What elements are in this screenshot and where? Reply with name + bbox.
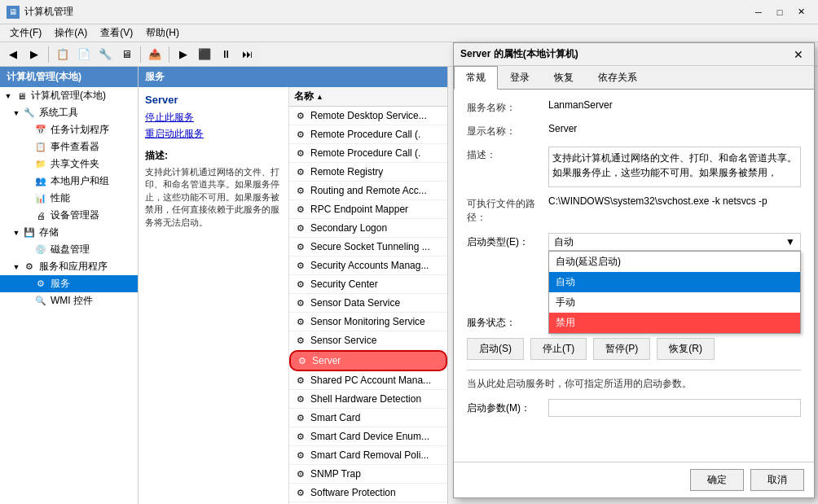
service-row[interactable]: ⚙Sensor Service xyxy=(289,331,447,350)
startup-dropdown-menu[interactable]: 自动(延迟启动) 自动 手动 禁用 xyxy=(548,251,801,334)
service-row[interactable]: ⚙Secure Socket Tunneling ... xyxy=(289,238,447,256)
start-button[interactable]: 启动(S) xyxy=(467,338,524,360)
startup-type-select[interactable]: 自动 ▼ xyxy=(548,233,801,251)
menu-file[interactable]: 文件(F) xyxy=(3,24,48,42)
service-info-panel: Server 停止此服务 重启动此服务 描述: 支持此计算机通过网络的文件、打印… xyxy=(139,87,289,504)
service-row[interactable]: ⚙Smart Card Removal Poli... xyxy=(289,446,447,465)
toolbar-btn2[interactable]: 📄 xyxy=(74,45,94,64)
service-row[interactable]: ⚙Routing and Remote Acc... xyxy=(289,182,447,200)
toolbar-btn1[interactable]: 📋 xyxy=(53,45,73,64)
service-row[interactable]: ⚙Security Center xyxy=(289,275,447,294)
arrow-icon: ▼ xyxy=(11,262,21,272)
dialog-close-button[interactable]: ✕ xyxy=(789,46,807,63)
dialog-tabs: 常规 登录 恢复 依存关系 xyxy=(454,66,814,90)
close-button[interactable]: ✕ xyxy=(790,4,811,20)
sidebar-item-shared[interactable]: 📁 共享文件夹 xyxy=(0,156,138,173)
service-row[interactable]: ⚙Software Protection xyxy=(289,484,447,502)
service-name: Security Center xyxy=(310,278,442,290)
sidebar-item-services-apps[interactable]: ▼ ⚙ 服务和应用程序 xyxy=(0,258,138,275)
service-row[interactable]: ⚙Shell Hardware Detection xyxy=(289,390,447,409)
service-row[interactable]: ⚙Remote Desktop Service... xyxy=(289,107,447,125)
sidebar-item-storage[interactable]: ▼ 💾 存储 xyxy=(0,224,138,241)
service-row[interactable]: ⚙Sensor Monitoring Service xyxy=(289,313,447,331)
stop-button[interactable]: 停止(T) xyxy=(530,338,587,360)
toolbar-pause[interactable]: ⏸ xyxy=(216,45,235,64)
service-row[interactable]: ⚙Smart Card Device Enum... xyxy=(289,427,447,446)
apps-icon: ⚙ xyxy=(23,261,36,274)
toolbar-restart[interactable]: ⏭ xyxy=(237,45,257,64)
maximize-button[interactable]: □ xyxy=(769,4,790,20)
arrow-icon xyxy=(23,177,33,186)
tab-login[interactable]: 登录 xyxy=(498,66,542,90)
cancel-button[interactable]: 取消 xyxy=(750,469,804,491)
exe-path-label: 可执行文件的路径： xyxy=(467,195,548,225)
tab-recovery[interactable]: 恢复 xyxy=(542,66,586,90)
service-name: Remote Procedure Call (. xyxy=(310,147,442,159)
service-icon: ⚙ xyxy=(294,165,307,178)
toolbar-btn3[interactable]: 🔧 xyxy=(95,45,115,64)
service-row[interactable]: ⚙RPC Endpoint Mapper xyxy=(289,200,447,219)
wmi-icon: 🔍 xyxy=(34,295,47,308)
service-action-buttons: 启动(S) 停止(T) 暂停(P) 恢复(R) xyxy=(467,338,801,360)
sidebar-item-perf[interactable]: 📊 性能 xyxy=(0,190,138,207)
sidebar-item-tools[interactable]: ▼ 🔧 系统工具 xyxy=(0,104,138,121)
sidebar-item-events[interactable]: 📋 事件查看器 xyxy=(0,138,138,156)
params-input[interactable] xyxy=(548,399,801,417)
toolbar-back[interactable]: ◀ xyxy=(3,45,23,64)
dropdown-option-auto[interactable]: 自动 xyxy=(549,272,800,292)
startup-type-label: 启动类型(E)： xyxy=(467,235,548,249)
sidebar-item-disk[interactable]: 💿 磁盘管理 xyxy=(0,241,138,258)
sidebar: 计算机管理(本地) ▼ 🖥 计算机管理(本地) ▼ 🔧 系统工具 📅 任务计划程… xyxy=(0,67,139,504)
service-row[interactable]: ⚙Server xyxy=(289,350,447,371)
sidebar-item-computer[interactable]: ▼ 🖥 计算机管理(本地) xyxy=(0,87,138,104)
dropdown-option-delayed[interactable]: 自动(延迟启动) xyxy=(549,252,800,272)
resume-button[interactable]: 恢复(R) xyxy=(657,338,715,360)
users-icon: 👥 xyxy=(34,175,47,188)
desc-value[interactable]: 支持此计算机通过网络的文件、打印、和命名管道共享。如果服务停止，这些功能不可用。… xyxy=(548,147,801,187)
pause-button[interactable]: 暂停(P) xyxy=(593,338,650,360)
service-row[interactable]: ⚙Security Accounts Manag... xyxy=(289,256,447,275)
menu-action[interactable]: 操作(A) xyxy=(48,24,94,42)
toolbar-btn4[interactable]: 🖥 xyxy=(117,45,136,64)
minimize-button[interactable]: ─ xyxy=(748,4,769,20)
service-row[interactable]: ⚙Remote Procedure Call (. xyxy=(289,125,447,144)
sidebar-item-users[interactable]: 👥 本地用户和组 xyxy=(0,173,138,190)
service-row[interactable]: ⚙Sensor Data Service xyxy=(289,294,447,313)
service-icon: ⚙ xyxy=(294,296,307,309)
tab-dependencies[interactable]: 依存关系 xyxy=(586,66,649,90)
service-row[interactable]: ⚙Remote Registry xyxy=(289,163,447,182)
menu-view[interactable]: 查看(V) xyxy=(94,24,139,42)
dropdown-option-manual[interactable]: 手动 xyxy=(549,292,800,313)
display-name-value: Server xyxy=(548,123,801,134)
menu-help[interactable]: 帮助(H) xyxy=(139,24,186,42)
service-row[interactable]: ⚙SNMP Trap xyxy=(289,465,447,484)
toolbar-stop[interactable]: ⬛ xyxy=(195,45,214,64)
restart-service-link[interactable]: 重启动此服务 xyxy=(145,127,282,141)
title-bar: 🖥 计算机管理 ─ □ ✕ xyxy=(0,0,818,24)
tab-general[interactable]: 常规 xyxy=(454,66,498,90)
service-row[interactable]: ⚙Smart Card xyxy=(289,409,447,427)
startup-type-value: 自动 xyxy=(554,235,574,249)
service-icon: ⚙ xyxy=(294,392,307,405)
service-icon: ⚙ xyxy=(294,259,307,272)
sidebar-item-devices[interactable]: 🖨 设备管理器 xyxy=(0,207,138,224)
sidebar-item-services[interactable]: ⚙ 服务 xyxy=(0,275,138,292)
header-label: 名称 xyxy=(294,90,314,103)
service-list[interactable]: 名称 ▲ ⚙Remote Desktop Service...⚙Remote P… xyxy=(289,87,447,504)
service-row[interactable]: ⚙Remote Procedure Call (. xyxy=(289,144,447,163)
dialog-content: 服务名称： LanmanServer 显示名称： Server 描述： 支持此计… xyxy=(454,90,814,462)
service-icon: ⚙ xyxy=(294,147,307,160)
service-name: Smart Card Device Enum... xyxy=(310,431,442,442)
sidebar-item-wmi[interactable]: 🔍 WMI 控件 xyxy=(0,292,138,309)
sidebar-item-tasks[interactable]: 📅 任务计划程序 xyxy=(0,121,138,138)
ok-button[interactable]: 确定 xyxy=(690,469,744,491)
service-row[interactable]: ⚙Shared PC Account Mana... xyxy=(289,371,447,390)
toolbar-forward[interactable]: ▶ xyxy=(24,45,44,64)
service-info-title: Server xyxy=(145,94,282,106)
service-name: Sensor Monitoring Service xyxy=(310,316,442,327)
dropdown-option-disabled[interactable]: 禁用 xyxy=(549,313,800,333)
service-row[interactable]: ⚙Secondary Logon xyxy=(289,219,447,238)
toolbar-export[interactable]: 📤 xyxy=(145,45,165,64)
toolbar-play[interactable]: ▶ xyxy=(174,45,193,64)
stop-service-link[interactable]: 停止此服务 xyxy=(145,111,282,125)
